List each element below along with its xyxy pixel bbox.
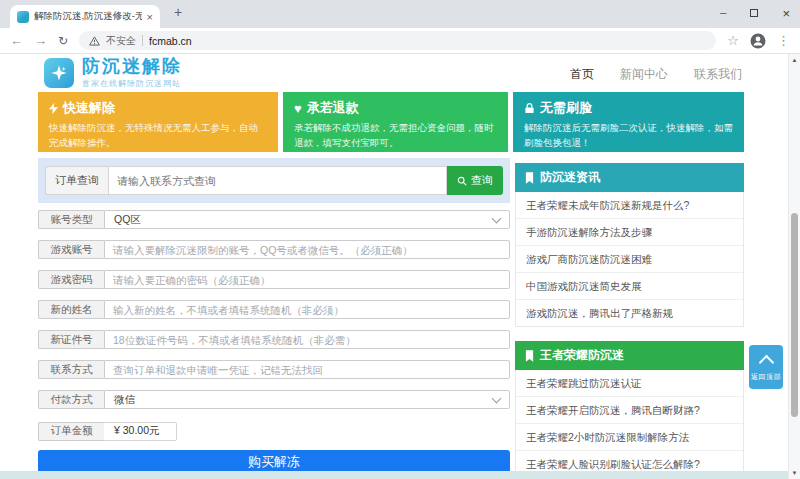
site-favicon [17,11,29,23]
buy-unfreeze-button[interactable]: 购买解冻 [38,450,510,474]
nav-item-news[interactable]: 新闻中心 [620,66,668,83]
window-controls: ─ × [720,0,790,26]
feature-banners: 快速解除 快速解除防沉迷，无特殊情况无需人工参与，自动完成解除操作。 ♥ 承若退… [38,92,744,152]
warning-icon [89,36,100,46]
site-logo[interactable]: 防沉迷解除 首家在线解除防沉迷网站 [44,57,182,89]
unlock-form: 账号类型 QQ区 游戏账号 游戏密码 新的姓名 新证件号 [38,210,510,474]
feature-desc: 解除防沉迷后无需刷脸二次认证，快速解除，如需刷脸包换包退！ [524,121,733,150]
page-content: 防沉迷解除 首家在线解除防沉迷网站 首页 新闻中心 联系我们 快速解除 快速解除… [0,54,800,479]
lightning-icon [49,102,58,115]
news-link[interactable]: 手游防沉迷解除方法及步骤 [516,219,743,246]
news-link[interactable]: 中国游戏防沉迷简史发展 [516,273,743,300]
lock-icon [524,102,535,114]
tab-title: 解除防沉迷,防沉迷修改-无需二... [34,10,142,23]
news-link[interactable]: 王者荣耀2小时防沉迷限制解除方法 [516,424,743,451]
order-amount-row: 订单金额 ¥ 30.00元 [38,422,177,441]
search-icon [457,176,467,186]
scroll-up-arrow[interactable]: ▲ [789,54,800,66]
new-tab-button[interactable]: + [174,4,182,20]
window-close-button[interactable]: × [782,6,790,21]
browser-tab-bar: 解除防沉迷,防沉迷修改-无需二... × + ─ × [0,0,800,28]
form-row-account-type: 账号类型 QQ区 [38,210,510,229]
order-amount-value: ¥ 30.00元 [104,422,177,441]
top-navigation: 首页 新闻中心 联系我们 [570,66,742,83]
chevron-down-icon [492,213,502,223]
address-bar[interactable]: 不安全 fcmab.cn [79,31,716,50]
menu-icon[interactable]: ⋮ [777,34,790,47]
field-label: 订单金额 [38,422,104,441]
browser-window: 解除防沉迷,防沉迷修改-无需二... × + ─ × ← → ↻ 不安全 fcm… [0,0,800,479]
order-query-input[interactable] [108,166,447,195]
restore-button[interactable] [750,9,758,17]
back-to-top-label: 返回顶部 [751,372,781,382]
order-query-button[interactable]: 查询 [447,166,503,195]
feature-no-face-check: 无需刷脸 解除防沉迷后无需刷脸二次认证，快速解除，如需刷脸包换包退！ [513,92,744,152]
bookmark-star-icon[interactable]: ☆ [727,34,739,47]
panel-body: 王者荣耀跳过防沉迷认证 王者荣耀开启防沉迷，腾讯自断财路? 王者荣耀2小时防沉迷… [515,370,744,478]
order-query-bar: 订单查询 查询 [38,158,510,203]
form-row-contact: 联系方式 [38,360,510,379]
feature-title: 快速解除 [49,99,267,117]
forward-icon[interactable]: → [34,34,47,47]
scrollbar-thumb[interactable] [791,213,798,417]
bookmark-icon [525,350,534,362]
browser-tab[interactable]: 解除防沉迷,防沉迷修改-无需二... × [10,5,160,28]
news-link[interactable]: 王者荣耀未成年防沉迷新规是什么? [516,192,743,219]
news-link[interactable]: 王者荣耀开启防沉迷，腾讯自断财路? [516,397,743,424]
feature-desc: 承若解除不成功退款，无需担心资金问题，随时退款，填写支付宝即可。 [294,121,497,150]
news-link[interactable]: 王者荣耀跳过防沉迷认证 [516,370,743,397]
panel-body: 王者荣耀未成年防沉迷新规是什么? 手游防沉迷解除方法及步骤 游戏厂商防沉迷防沉迷… [515,192,744,327]
site-name: 防沉迷解除 [82,57,182,77]
panel-header-anti-addiction-news: 防沉迷资讯 [515,163,744,192]
payment-method-select[interactable]: 微信 [104,390,510,409]
page-bottom-strip [0,471,788,479]
page-scrollbar[interactable]: ▲ ▼ [788,54,800,479]
security-label: 不安全 [106,34,136,48]
form-row-payment-method: 付款方式 微信 [38,390,510,409]
field-label: 新的姓名 [38,300,104,319]
panel-header-honor-of-kings: 王者荣耀防沉迷 [515,341,744,370]
field-label: 新证件号 [38,330,104,349]
field-label: 联系方式 [38,360,104,379]
profile-avatar[interactable] [750,33,766,49]
contact-input[interactable] [104,360,510,379]
form-row-game-password: 游戏密码 [38,270,510,289]
nav-item-home[interactable]: 首页 [570,66,594,83]
logo-star-icon [44,58,74,88]
feature-refund-promise: ♥ 承若退款 承若解除不成功退款，无需担心资金问题，随时退款，填写支付宝即可。 [283,92,508,152]
news-link[interactable]: 游戏厂商防沉迷防沉迷困难 [516,246,743,273]
feature-title: 无需刷脸 [524,99,733,117]
reload-icon[interactable]: ↻ [58,34,68,48]
bookmark-icon [525,172,534,184]
news-sidebar: 防沉迷资讯 王者荣耀未成年防沉迷新规是什么? 手游防沉迷解除方法及步骤 游戏厂商… [515,163,744,478]
back-to-top-button[interactable]: 返回顶部 [749,345,783,389]
form-row-game-account: 游戏账号 [38,240,510,259]
feature-desc: 快速解除防沉迷，无特殊情况无需人工参与，自动完成解除操作。 [49,121,267,150]
feature-title: ♥ 承若退款 [294,99,497,117]
order-query-label: 订单查询 [45,166,108,195]
news-link[interactable]: 游戏防沉迷，腾讯出了严格新规 [516,300,743,326]
field-label: 账号类型 [38,210,104,229]
site-tagline: 首家在线解除防沉迷网站 [82,78,182,89]
game-account-input[interactable] [104,240,510,259]
field-label: 游戏账号 [38,240,104,259]
site-header: 防沉迷解除 首家在线解除防沉迷网站 首页 新闻中心 联系我们 [0,54,800,92]
url-text: fcmab.cn [149,35,192,47]
account-type-select[interactable]: QQ区 [104,210,510,229]
heart-icon: ♥ [294,101,302,116]
chevron-up-icon [758,354,774,370]
tab-close-icon[interactable]: × [147,11,153,23]
scroll-down-arrow[interactable]: ▼ [789,467,800,479]
nav-item-contact[interactable]: 联系我们 [694,66,742,83]
new-id-number-input[interactable] [104,330,510,349]
new-name-input[interactable] [104,300,510,319]
browser-toolbar: ← → ↻ 不安全 fcmab.cn ☆ ⋮ [0,28,800,54]
game-password-input[interactable] [104,270,510,289]
chevron-down-icon [492,393,502,403]
minimize-button[interactable]: ─ [720,8,726,18]
field-label: 游戏密码 [38,270,104,289]
form-row-new-id-number: 新证件号 [38,330,510,349]
feature-fast-unlock: 快速解除 快速解除防沉迷，无特殊情况无需人工参与，自动完成解除操作。 [38,92,278,152]
back-icon[interactable]: ← [10,34,23,47]
form-row-new-name: 新的姓名 [38,300,510,319]
